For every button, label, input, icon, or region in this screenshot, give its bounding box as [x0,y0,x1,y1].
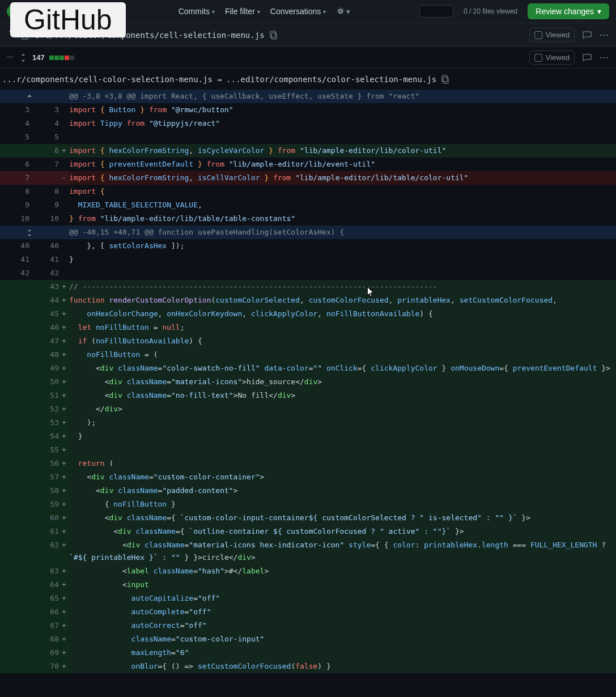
diff-marker: + [59,430,69,443]
diff-marker [59,253,69,266]
rename-to-path[interactable]: ...editor/components/color-selection-men… [226,75,436,84]
diff-row[interactable]: 54+ } [0,430,616,443]
new-line-number: 69 [29,646,59,660]
comment-icon[interactable] [583,30,592,40]
code-cell: noFillButton = ( [69,348,616,362]
tab-conversations[interactable]: Conversations ▾ [270,7,326,16]
diff-row[interactable]: 7-import { hexColorFromString, isCellVar… [0,171,616,185]
diff-row[interactable]: 47+ if (noFillButtonAvailable) { [0,334,616,348]
kebab-menu[interactable]: ··· [600,53,609,62]
tab-commits-label: Commits [179,7,210,16]
diff-row[interactable]: 46+ let noFillButton = null; [0,321,616,334]
diff-row[interactable]: 33import { Button } from "@rmwc/button" [0,103,616,117]
old-line-number: 7 [0,171,29,185]
progress-bar [419,5,453,18]
new-line-number: 44 [29,294,59,307]
diff-row[interactable]: 70+ onBlur={ () => setCustomColorFocused… [0,660,616,673]
diff-row[interactable]: 62+ <div className="material-icons hex-i… [0,538,616,564]
code-cell: } [69,430,616,443]
diff-row[interactable]: 50+ <div className="material-icons">hide… [0,375,616,389]
diff-row[interactable]: 58+ <div className="padded-content"> [0,484,616,498]
diff-row[interactable]: 1010} from "lib/ample-editor/lib/table/t… [0,212,616,226]
diff-row[interactable]: 4040 }, [ setColorAsHex ]); [0,239,616,253]
kebab-menu[interactable]: ··· [600,31,609,39]
diff-row[interactable]: 67+ autoCorrect="off" [0,619,616,632]
new-line-number: 62 [29,538,59,564]
old-line-number: 4 [0,117,29,130]
new-line-number: 53 [29,416,59,430]
diff-row[interactable]: 88import { [0,185,616,198]
expand-hunk-up-icon[interactable] [0,90,59,103]
code-cell: let noFillButton = null; [69,321,616,334]
diff-row[interactable]: 59+ { noFillButton } [0,498,616,511]
copy-icon[interactable] [441,74,450,84]
diff-row[interactable]: 6+import { hexColorFromString, isCycleVa… [0,144,616,158]
diff-row[interactable]: 49+ <div className="color-swatch-no-fill… [0,362,616,375]
diff-row[interactable]: 61+ <div className={ `outline-container … [0,525,616,538]
diff-row[interactable]: 60+ <div className={ `custom-color-input… [0,511,616,525]
comment-icon[interactable] [583,53,592,62]
code-cell: MIXED_TABLE_SELECTION_VALUE, [69,198,616,212]
code-cell [69,130,616,144]
diff-marker [59,212,69,226]
diff-row[interactable]: 66+ autoComplete="off" [0,605,616,619]
diff-row[interactable]: 55+ [0,443,616,457]
diff-row[interactable]: 57+ <div className="custom-color-contain… [0,470,616,484]
hunk-header[interactable]: @@ -3,8 +3,8 @@ import React, { useCallb… [0,90,616,103]
diff-row[interactable]: 48+ noFillButton = ( [0,348,616,362]
hunk-text: @@ -3,8 +3,8 @@ import React, { useCallb… [69,90,616,103]
tab-file-filter[interactable]: File filter ▾ [225,7,260,16]
code-cell: import Tippy from "@tippyjs/react" [69,117,616,130]
new-line-number: 43 [29,280,59,294]
chevron-down-icon[interactable]: ﹀ [7,53,14,63]
hunk-header[interactable]: @@ -40,15 +40,71 @@ function usePasteHan… [0,226,616,239]
expand-up-down-icon[interactable] [19,53,28,62]
caret-down-icon: ▾ [346,7,350,16]
caret-down-icon: ▾ [257,8,260,15]
diff-settings-button[interactable]: ▾ [336,7,350,16]
diff-row[interactable]: 4242 [0,266,616,280]
rename-from-path[interactable]: ...r/components/cell-color-selection-men… [2,75,213,84]
diff-marker [59,130,69,144]
diff-row[interactable]: 55 [0,130,616,144]
diff-marker: + [59,484,69,498]
new-line-number: 55 [29,443,59,457]
new-line-number: 60 [29,511,59,525]
old-line-number [0,646,29,660]
diff-row[interactable]: 43+// ----------------------------------… [0,280,616,294]
diff-row[interactable]: 52+ </div> [0,402,616,416]
diff-row[interactable]: 44+function renderCustomColorOption(cust… [0,294,616,307]
diff-marker [59,198,69,212]
viewed-checkbox[interactable]: Viewed [529,50,575,65]
checkbox-icon [534,31,542,39]
hunk-text: @@ -40,15 +40,71 @@ function usePasteHan… [69,226,616,239]
diff-row[interactable]: 51+ <div className="no-fill-text">No fil… [0,389,616,402]
file-header-2: ﹀ 147 Viewed ··· [0,46,616,68]
diff-row[interactable]: 44import Tippy from "@tippyjs/react" [0,117,616,130]
diff-row[interactable]: 53+ ); [0,416,616,430]
diff-row[interactable]: 67import { preventEventDefault } from "l… [0,158,616,171]
old-line-number: 41 [0,253,29,266]
diff-row[interactable]: 68+ className="custom-color-input" [0,632,616,646]
review-changes-button[interactable]: Review changes ▾ [528,3,609,19]
diff-row[interactable]: 65+ autoCapitalize="off" [0,592,616,605]
diff-row[interactable]: 45+ onHexColorChange, onHexColorKeydown,… [0,307,616,321]
new-line-number: 40 [29,239,59,253]
copy-icon[interactable] [269,30,278,40]
new-line-number: 41 [29,253,59,266]
diff-row[interactable]: 69+ maxLength="6" [0,646,616,660]
diff-row[interactable]: 56+ return ( [0,457,616,470]
diff-row[interactable]: 64+ <input [0,578,616,592]
new-line-number: 48 [29,348,59,362]
diff-row[interactable]: 99 MIXED_TABLE_SELECTION_VALUE, [0,198,616,212]
expand-hunk-icon[interactable] [0,226,59,239]
viewed-label: Viewed [546,53,570,62]
diff-marker: + [59,538,69,564]
tab-commits[interactable]: Commits ▾ [179,7,215,16]
diff-marker: + [59,362,69,375]
diff-row[interactable]: 63+ <label className="hash">#</label> [0,564,616,578]
viewed-checkbox[interactable]: Viewed [529,28,575,42]
diff-row[interactable]: 4141} [0,253,616,266]
diff-marker: + [59,402,69,416]
overlay-label: GitHub [10,2,126,37]
